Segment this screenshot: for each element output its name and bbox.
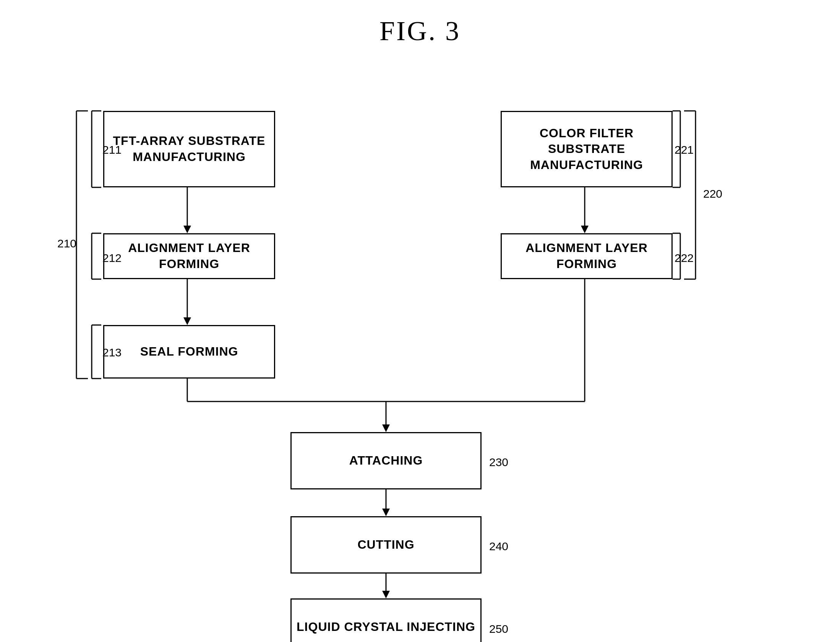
figure-title: FIG. 3 <box>379 15 461 47</box>
alignment-left-box: ALIGNMENT LAYER FORMING <box>103 233 275 279</box>
cutting-box: CUTTING <box>290 516 482 574</box>
label-222: 222 <box>675 252 694 265</box>
label-250: 250 <box>489 622 508 635</box>
label-220: 220 <box>703 187 722 200</box>
attaching-box: ATTACHING <box>290 432 482 489</box>
label-211: 211 <box>102 143 122 156</box>
label-240: 240 <box>489 540 508 553</box>
svg-marker-13 <box>382 509 390 516</box>
svg-marker-1 <box>183 226 191 233</box>
label-210: 210 <box>57 237 76 250</box>
svg-marker-5 <box>581 226 589 233</box>
cf-box: COLOR FILTER SUBSTRATE MANUFACTURING <box>501 111 673 187</box>
label-213: 213 <box>102 346 122 359</box>
label-212: 212 <box>102 252 122 265</box>
lci-box: LIQUID CRYSTAL INJECTING <box>290 598 482 642</box>
svg-marker-15 <box>382 591 390 598</box>
label-221: 221 <box>675 143 694 156</box>
svg-marker-3 <box>183 317 191 325</box>
tft-box: TFT-ARRAY SUBSTRATE MANUFACTURING <box>103 111 275 187</box>
seal-box: SEAL FORMING <box>103 325 275 379</box>
label-230: 230 <box>489 456 508 469</box>
alignment-right-box: ALIGNMENT LAYER FORMING <box>501 233 673 279</box>
svg-marker-11 <box>382 424 390 432</box>
diagram-container: FIG. 3 <box>0 0 840 642</box>
